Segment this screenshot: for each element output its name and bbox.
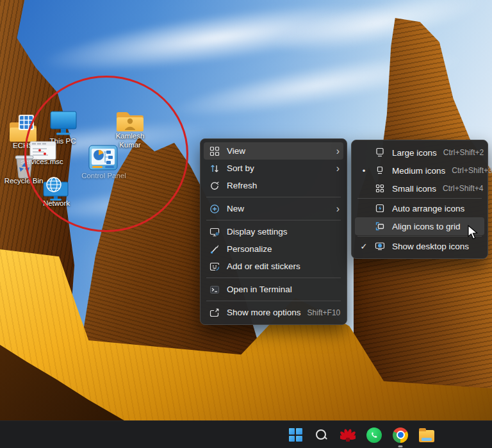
align-to-grid-icon	[374, 221, 386, 231]
menu-item-label: New	[227, 204, 330, 213]
menu-item-label: Display settings	[227, 227, 338, 236]
menu-item-label: Open in Terminal	[227, 285, 338, 294]
menu-item-new[interactable]: New ›	[204, 200, 343, 217]
menu-item-shortcut: Shift+F10	[308, 308, 341, 317]
search-icon	[315, 429, 328, 442]
refresh-icon	[209, 181, 220, 191]
submenu-item-auto-arrange[interactable]: Auto arrange icons	[355, 199, 484, 217]
taskbar-icon-group	[287, 421, 435, 448]
small-icons-icon	[374, 183, 386, 194]
menu-item-show-more-options[interactable]: Show more options Shift+F10	[204, 304, 343, 321]
menu-item-label: Add or edit stickers	[227, 261, 338, 271]
windows-start-icon	[289, 428, 302, 442]
menu-item-display-settings[interactable]: Display settings	[204, 223, 343, 240]
checkmark-icon: ✓	[360, 242, 368, 251]
menu-separator	[206, 301, 341, 301]
menu-item-shortcut: Ctrl+Shift+3	[452, 166, 492, 175]
sort-icon	[209, 163, 220, 174]
submenu-item-small-icons[interactable]: Small icons Ctrl+Shift+4	[355, 179, 484, 197]
chrome-icon	[393, 427, 408, 443]
view-grid-icon	[209, 146, 220, 156]
menu-item-view[interactable]: View ›	[204, 142, 343, 160]
huawei-flower-icon	[340, 428, 356, 442]
chevron-right-icon: ›	[336, 146, 340, 156]
menu-item-label: Sort by	[227, 163, 330, 173]
menu-separator	[206, 197, 341, 197]
display-settings-icon	[209, 227, 220, 237]
new-plus-icon	[209, 204, 220, 214]
menu-item-stickers[interactable]: Add or edit stickers	[204, 258, 343, 275]
huawei-app-button[interactable]	[340, 427, 356, 444]
show-desktop-icons-icon	[374, 241, 386, 251]
menu-item-label: Auto arrange icons	[392, 204, 479, 213]
chevron-right-icon: ›	[336, 204, 340, 214]
menu-item-shortcut: Ctrl+Shift+4	[443, 184, 483, 193]
search-button[interactable]	[313, 427, 330, 444]
desktop-context-menu: View › Sort by › Refresh	[200, 138, 347, 325]
menu-item-label: Large icons	[392, 148, 437, 158]
menu-item-shortcut: Ctrl+Shift+2	[443, 148, 484, 157]
sticker-icon	[209, 261, 220, 272]
start-button[interactable]	[287, 427, 304, 444]
selected-bullet: •	[360, 166, 368, 176]
submenu-item-show-desktop-icons[interactable]: ✓ Show desktop icons	[355, 237, 484, 255]
menu-item-label: Show more options	[227, 308, 301, 317]
large-icons-icon	[374, 147, 386, 158]
personalize-brush-icon	[209, 244, 220, 254]
menu-separator	[357, 198, 482, 199]
show-more-icon	[209, 308, 220, 318]
submenu-item-large-icons[interactable]: Large icons Ctrl+Shift+2	[355, 144, 484, 162]
menu-item-label: View	[227, 146, 330, 156]
menu-item-sort-by[interactable]: Sort by ›	[204, 160, 343, 177]
menu-item-label: Medium icons	[392, 166, 445, 176]
whatsapp-icon	[366, 427, 382, 443]
menu-item-label: Align icons to grid	[392, 222, 479, 231]
menu-separator	[206, 220, 341, 220]
menu-separator	[357, 236, 482, 236]
menu-item-open-in-terminal[interactable]: Open in Terminal	[204, 281, 343, 298]
terminal-icon	[209, 285, 220, 295]
menu-item-label: Small icons	[392, 184, 436, 194]
medium-icons-icon	[374, 165, 386, 176]
menu-item-label: Personalize	[227, 244, 338, 254]
menu-item-label: Show desktop icons	[392, 242, 479, 251]
submenu-item-medium-icons[interactable]: • Medium icons Ctrl+Shift+3	[355, 162, 484, 179]
whatsapp-button[interactable]	[366, 427, 382, 444]
chevron-right-icon: ›	[336, 163, 340, 174]
menu-item-refresh[interactable]: Refresh	[204, 177, 343, 194]
menu-item-personalize[interactable]: Personalize	[204, 240, 343, 258]
running-app-indicator	[398, 445, 403, 447]
file-explorer-button[interactable]	[418, 427, 435, 444]
taskbar	[0, 420, 492, 448]
menu-item-label: Refresh	[227, 181, 338, 190]
submenu-item-align-icons-to-grid[interactable]: Align icons to grid	[355, 217, 484, 235]
auto-arrange-icon	[374, 203, 386, 213]
chrome-button[interactable]	[392, 427, 409, 444]
mouse-cursor	[467, 225, 481, 243]
red-annotation-circle	[24, 76, 188, 232]
menu-separator	[206, 278, 341, 278]
file-explorer-icon	[419, 430, 434, 442]
desktop-screen: ECHS This PC Kamlesh Kumar	[0, 0, 492, 448]
